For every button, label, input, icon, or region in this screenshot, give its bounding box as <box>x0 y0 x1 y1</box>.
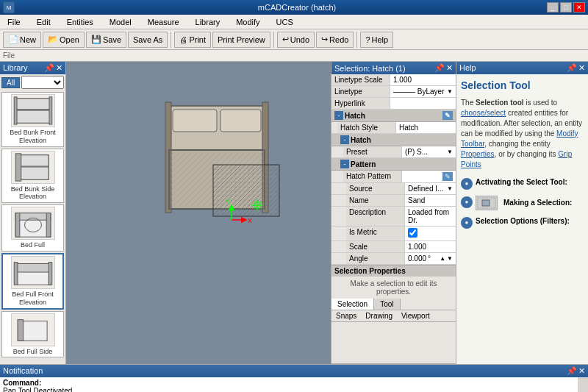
sel-pin-icon[interactable]: 📌 <box>434 63 445 73</box>
help-section-activate: ● Activating the Select Tool: <box>461 177 584 190</box>
hatch-pattern-edit-icon[interactable]: ✎ <box>442 172 453 181</box>
list-item[interactable]: Bed Bunk Front Elevation <box>1 92 64 147</box>
menu-entities[interactable]: Entities <box>62 16 98 28</box>
menu-measure[interactable]: Measure <box>143 16 184 28</box>
save-button[interactable]: 💾 Save <box>86 32 126 48</box>
preset-value[interactable]: (P) S... <box>402 146 456 157</box>
canvas-area[interactable]: X Y Selection: Hatch (1) 📌 ✕ Linetype Sc… <box>66 62 456 364</box>
help-section-options: ● Selection Options (Filters): <box>461 216 584 229</box>
scale-label: Scale <box>346 241 405 252</box>
linetype-scale-value[interactable]: 1.000 <box>390 74 456 85</box>
help-bullet-2: ● <box>461 196 473 208</box>
subtab-viewport[interactable]: Viewport <box>397 310 434 321</box>
pattern-collapse-btn[interactable]: - <box>340 160 349 168</box>
library-filter-btn[interactable]: All <box>1 77 20 88</box>
open-icon: 📂 <box>48 35 58 44</box>
svg-rect-32 <box>213 165 279 216</box>
help-panel: Help 📌 ✕ Selection Tool The Selection to… <box>456 62 588 364</box>
lib-item-label: Bed Full Side <box>13 348 53 356</box>
lib-item-label: Bed Bunk Front Elevation <box>4 129 62 145</box>
undo-button[interactable]: ↩ Undo <box>277 32 315 48</box>
subtab-snaps[interactable]: Snaps <box>331 310 361 321</box>
help-button[interactable]: ? Help <box>360 32 393 48</box>
is-metric-checkbox[interactable] <box>408 228 417 238</box>
list-item[interactable]: Bed Full Side <box>1 311 64 358</box>
notification-scrollbar[interactable] <box>578 377 588 392</box>
help-content: Selection Tool The Selection tool is use… <box>456 74 588 364</box>
angle-up-icon[interactable]: ▲ <box>440 255 445 262</box>
lib-item-label: Bed Bunk Side Elevation <box>4 185 62 202</box>
app-title: mCADCreator (hatch) <box>47 3 547 12</box>
notification-text: Command: Pan Tool Deactivated [DRAG TO P… <box>0 377 578 392</box>
name-value[interactable]: Sand <box>405 195 456 206</box>
hatch-collapse-btn[interactable]: - <box>334 111 343 120</box>
modify-toolbar-link[interactable]: Modify Toolbar <box>461 129 578 148</box>
open-button[interactable]: 📂 Open <box>43 32 85 48</box>
menu-library[interactable]: Library <box>191 16 225 28</box>
print-button[interactable]: 🖨 Print <box>174 32 211 48</box>
lib-item-label: Bed Full <box>21 241 45 249</box>
help-making-content: Making a Selection: <box>476 196 572 210</box>
angle-value[interactable]: 0.000 ° ▲ ▼ <box>405 253 456 264</box>
scale-value[interactable]: 1.000 <box>405 241 456 252</box>
tab-tool[interactable]: Tool <box>374 299 400 310</box>
list-item[interactable]: Bed Full <box>1 204 64 252</box>
list-item[interactable]: Bed Bunk Side Elevation <box>1 149 64 204</box>
is-metric-label: Is Metric <box>346 227 405 240</box>
subtab-drawing[interactable]: Drawing <box>361 310 397 321</box>
new-icon: 📄 <box>8 35 18 44</box>
sel-close-icon[interactable]: ✕ <box>446 63 453 73</box>
angle-down-icon[interactable]: ▼ <box>447 255 453 262</box>
new-button[interactable]: 📄 New <box>3 32 41 48</box>
selection-properties-panel: Selection Properties Make a selection to… <box>331 265 456 322</box>
menu-edit[interactable]: Edit <box>32 16 55 28</box>
selection-panel: Selection: Hatch (1) 📌 ✕ Linetype Scale … <box>331 62 456 364</box>
source-value[interactable]: Defined I... <box>405 183 456 194</box>
tab-selection[interactable]: Selection <box>331 299 374 310</box>
hatch-edit-icon[interactable]: ✎ <box>442 111 453 120</box>
svg-rect-13 <box>46 213 51 237</box>
hatch-sub-collapse-btn[interactable]: - <box>340 135 349 144</box>
library-pin-icon[interactable]: 📌 <box>44 63 54 73</box>
bed-full-front-svg <box>12 257 54 288</box>
minimize-button[interactable]: _ <box>547 2 559 13</box>
list-item[interactable]: Bed Full Front Elevation <box>1 253 64 310</box>
notif-msg-1: Pan Tool Deactivated <box>3 387 575 392</box>
lib-item-thumbnail <box>11 207 55 240</box>
notif-close-icon[interactable]: ✕ <box>578 366 585 376</box>
maximize-button[interactable]: □ <box>560 2 572 13</box>
svg-rect-1 <box>15 99 51 110</box>
hatch-style-row: Hatch Style Hatch <box>331 122 456 134</box>
sel-props-header: Selection Properties <box>331 266 456 277</box>
redo-button[interactable]: ↪ Redo <box>316 32 354 48</box>
help-close-icon[interactable]: ✕ <box>578 63 585 73</box>
angle-row: Angle 0.000 ° ▲ ▼ <box>331 253 456 265</box>
menu-model[interactable]: Model <box>105 16 136 28</box>
linetype-value[interactable]: ——— ByLayer <box>390 86 456 97</box>
svg-rect-24 <box>220 110 261 132</box>
notif-pin-icon[interactable]: 📌 <box>567 366 577 376</box>
hyperlink-row: Hyperlink <box>331 98 456 110</box>
linetype-scale-row: Linetype Scale 1.000 <box>331 74 456 86</box>
library-close-icon[interactable]: ✕ <box>56 63 62 73</box>
hyperlink-value[interactable] <box>390 98 456 109</box>
properties-link[interactable]: Properties <box>461 150 495 158</box>
menu-modify[interactable]: Modify <box>232 16 264 28</box>
toolbar-label: File <box>0 50 588 62</box>
source-row: Source Defined I... <box>331 183 456 195</box>
help-icon: ? <box>365 35 370 44</box>
close-button[interactable]: ✕ <box>573 2 585 13</box>
help-pin-icon[interactable]: 📌 <box>567 63 577 73</box>
lib-item-thumbnail <box>11 256 55 289</box>
save-as-button[interactable]: Save As <box>128 32 168 48</box>
library-items-list: Bed Bunk Front Elevation Bed Bunk Side E… <box>0 90 65 364</box>
menu-bar: File Edit Entities Model Measure Library… <box>0 15 588 29</box>
library-search-select[interactable] <box>21 76 64 89</box>
choose-select-link[interactable]: choose/select <box>461 109 506 117</box>
print-preview-button[interactable]: Print Preview <box>212 32 270 48</box>
svg-text:Y: Y <box>226 198 230 205</box>
is-metric-value[interactable] <box>405 227 456 240</box>
menu-ucs[interactable]: UCS <box>272 16 298 28</box>
svg-rect-23 <box>173 110 217 132</box>
menu-file[interactable]: File <box>3 16 25 28</box>
